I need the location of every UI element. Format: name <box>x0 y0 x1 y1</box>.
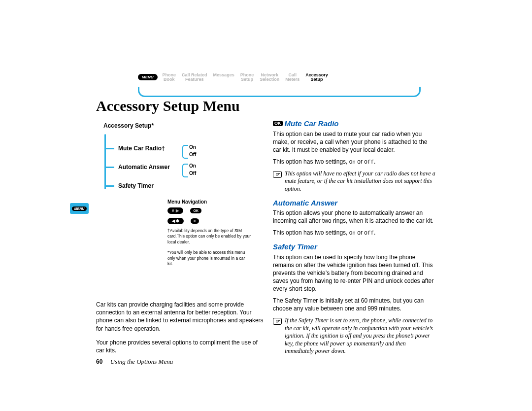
right-body: OK Mute Car Radio This option can be use… <box>273 119 435 355</box>
menu-navigation-title: Menu Navigation <box>167 199 251 205</box>
note-text: If the Safety Timer is set to zero, the … <box>285 317 435 355</box>
tree-opt-group: On Off <box>189 144 196 158</box>
top-nav: MENU PhoneBook Call RelatedFeatures Mess… <box>138 73 426 82</box>
bracket-icon <box>182 164 188 177</box>
body-paragraph: This option allows your phone to automat… <box>273 209 435 225</box>
nav-underline <box>138 87 421 97</box>
tree-branch <box>104 148 114 149</box>
footnote-star: *You will only be able to access this me… <box>167 250 251 267</box>
tree-branch <box>104 167 114 168</box>
tree-opt-off: Off <box>189 151 196 159</box>
page-title: Accessory Setup Menu <box>96 98 240 114</box>
body-paragraph: Your phone provides several options to c… <box>96 339 264 354</box>
page: MENU PhoneBook Call RelatedFeatures Mess… <box>0 0 532 411</box>
menu-pill: MENU <box>138 74 158 80</box>
tree-item-safety-timer: Safety Timer <box>118 182 154 189</box>
body-paragraph: Car kits can provide charging facilities… <box>96 301 264 333</box>
section-heading-automatic-answer: Automatic Answer <box>273 198 435 208</box>
side-tab: MENU <box>70 203 89 214</box>
body-paragraph: This option has two settings, On or Off. <box>273 229 435 237</box>
body-paragraph: This option has two settings, On or Off. <box>273 158 435 166</box>
body-paragraph: This option can be used to mute your car… <box>273 131 435 154</box>
tree-opt-off: Off <box>189 170 196 177</box>
page-footer: 60 Using the Options Menu <box>96 358 173 366</box>
note: ☞ If the Safety Timer is set to zero, th… <box>273 317 435 355</box>
key-star-pill: ◀ ✱ <box>167 218 184 224</box>
key-ok-pill: OK <box>190 208 201 213</box>
chapter-title: Using the Options Menu <box>110 358 173 365</box>
page-number: 60 <box>96 358 102 365</box>
nav-call-meters: CallMeters <box>282 73 302 82</box>
tree-branch <box>104 185 114 187</box>
menu-navigation-legend: Menu Navigation #▶ OK ◀ ✱ C †Availabilit… <box>167 199 251 267</box>
side-tab-menu-icon: MENU <box>72 206 87 211</box>
ok-badge-icon: OK <box>273 121 283 126</box>
nav-call-related: Call RelatedFeatures <box>179 73 210 82</box>
tree-opt-on: On <box>189 144 196 151</box>
key-hash-pill: #▶ <box>167 207 183 214</box>
tree-opt-on: On <box>189 163 196 170</box>
section-heading-mute-car-radio: OK Mute Car Radio <box>273 119 435 129</box>
footnote-dagger: †Availability depends on the type of SIM… <box>167 228 251 245</box>
note-icon: ☞ <box>273 171 282 178</box>
section-heading-safety-timer: Safety Timer <box>273 242 435 252</box>
bracket-icon <box>182 145 188 159</box>
note-icon: ☞ <box>273 318 282 325</box>
note-text: This option will have no effect if your … <box>285 170 435 193</box>
nav-network-selection: NetworkSelection <box>257 73 282 82</box>
tree-rail <box>104 134 106 189</box>
nav-phone-setup: PhoneSetup <box>237 73 257 82</box>
note: ☞ This option will have no effect if you… <box>273 170 435 193</box>
tree-item-automatic-answer: Automatic Answer <box>118 164 170 171</box>
body-paragraph: The Safety Timer is initially set at 60 … <box>273 297 435 313</box>
key-c-pill: C <box>191 218 199 224</box>
left-body: Car kits can provide charging facilities… <box>96 301 264 360</box>
nav-accessory-setup: AccessorySetup <box>302 73 331 82</box>
nav-phone-book: PhoneBook <box>160 73 179 82</box>
tree-item-mute-car-radio: Mute Car Radio† <box>118 145 165 152</box>
tree-title: Accessory Setup* <box>103 122 251 129</box>
nav-messages: Messages <box>210 73 237 77</box>
menu-tree: Accessory Setup* Mute Car Radio† Automat… <box>103 122 251 196</box>
tree-opt-group: On Off <box>189 163 196 177</box>
body-paragraph: This option can be used to specify how l… <box>273 254 435 293</box>
